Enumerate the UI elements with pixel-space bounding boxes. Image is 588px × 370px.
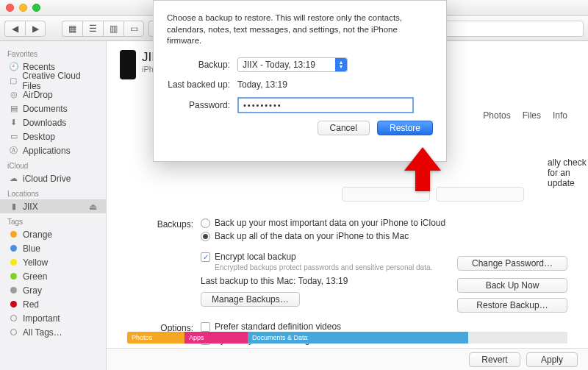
sidebar-item-label: Blue [23,243,40,254]
sidebar-item-orange[interactable]: Orange [0,227,106,241]
sidebar-item-desktop[interactable]: ▭Desktop [0,129,106,143]
tag-dot-icon [9,272,18,280]
sidebar-header: iCloud [0,157,106,171]
view-list-button[interactable]: ☰ [82,21,103,37]
sd-checkbox[interactable] [201,322,210,332]
device-image [120,50,136,79]
sidebar-item-red[interactable]: Red [0,297,106,311]
change-password-button[interactable]: Change Password… [457,256,567,271]
forward-button[interactable]: ▶ [25,21,46,37]
app-icon: Ⓐ [9,146,18,154]
zoom-window-button[interactable] [32,4,40,12]
device-tabs: PhotosFilesInfo [483,110,567,121]
cloud-icon: ☁ [9,174,18,182]
sidebar-item-creative-cloud-files[interactable]: ▢Creative Cloud Files [0,74,106,88]
restore-button[interactable]: Restore [377,121,433,135]
sidebar-item-green[interactable]: Green [0,269,106,283]
sidebar-item-icloud-drive[interactable]: ☁iCloud Drive [0,171,106,185]
tab-photos[interactable]: Photos [483,110,510,121]
sidebar-item-label: Green [23,271,47,282]
tag-dot-icon [9,286,18,294]
phone-icon: ▮ [9,202,18,210]
password-label: Password: [167,100,237,110]
view-icon-button[interactable]: ▦ [62,21,82,37]
storage-bar: PhotosAppsDocuments & Data [127,332,567,344]
ghost-button-1[interactable] [342,187,430,202]
sidebar-item-label: Applications [23,146,71,156]
tab-files[interactable]: Files [523,110,541,121]
apply-button[interactable]: Apply [526,352,578,367]
sidebar-item-label: Red [23,299,39,310]
sidebar-item-downloads[interactable]: ⬇Downloads [0,115,106,129]
back-up-now-button[interactable]: Back Up Now [457,278,567,293]
opt-mac-label: Back up all of the data on your iPhone t… [215,231,409,241]
manage-backups-button[interactable]: Manage Backups… [201,292,300,307]
sidebar-item-label: JIIX [23,202,38,212]
restore-backup-dialog: Choose a backup to restore. This will re… [153,0,447,162]
sidebar-item-yellow[interactable]: Yellow [0,255,106,269]
folder-icon: ▢ [9,77,18,85]
radio-icloud[interactable] [201,218,210,228]
doc-icon: ▤ [9,104,18,113]
close-window-button[interactable] [6,4,14,12]
backup-select-label: Backup: [167,60,237,70]
storage-segment-apps: Apps [184,332,248,344]
desk-icon: ▭ [9,132,18,140]
sidebar-header: Favorites [0,46,106,60]
footer-bar: Revert Apply [107,348,588,370]
sidebar-item-label: All Tags… [23,327,62,338]
cancel-button[interactable]: Cancel [318,121,370,135]
sidebar-item-blue[interactable]: Blue [0,241,106,255]
sidebar-item-label: Documents [23,104,68,114]
sidebar-item-label: Important [23,313,60,324]
backups-label: Backups: [127,218,201,231]
tag-dot-icon [9,244,18,252]
sidebar-item-important[interactable]: Important [0,311,106,325]
storage-segment-documents-data: Documents & Data [248,332,468,344]
airdrop-icon: ◎ [9,90,18,99]
sidebar-item-documents[interactable]: ▤Documents [0,102,106,115]
backup-select-value: JIIX - Today, 13:19 [243,60,315,70]
select-arrows-icon: ▲▼ [335,58,347,71]
back-button[interactable]: ◀ [4,21,25,37]
sidebar-item-label: Desktop [23,132,55,142]
opt-icloud-label: Back up your most important data on your… [215,218,445,228]
clock-icon: 🕘 [9,63,18,71]
minimize-window-button[interactable] [19,4,27,12]
restore-backup-button[interactable]: Restore Backup… [457,298,567,313]
tab-info[interactable]: Info [553,110,567,121]
sidebar-item-label: Downloads [23,118,66,128]
sidebar-item-label: AirDrop [23,90,53,100]
sidebar-item-all-tags-[interactable]: All Tags… [0,325,106,339]
tag-outline-icon [9,328,18,336]
down-icon: ⬇ [9,118,18,127]
view-gallery-button[interactable]: ▭ [123,21,144,37]
sidebar-item-label: Yellow [23,257,48,268]
last-backed-up-value: Today, 13:19 [237,79,287,90]
tag-dot-icon [9,258,18,266]
sidebar-item-jiix[interactable]: ▮JIIX⏏ [0,199,106,213]
password-input[interactable]: ••••••••• [237,97,414,113]
sidebar-item-label: Orange [23,230,52,240]
encrypt-label: Encrypt local backup [215,252,296,262]
revert-button[interactable]: Revert [469,352,520,367]
eject-icon[interactable]: ⏏ [89,202,97,212]
radio-mac[interactable] [201,232,210,241]
sidebar-item-gray[interactable]: Gray [0,283,106,297]
tag-dot-icon [9,300,18,308]
view-column-button[interactable]: ▥ [103,21,123,37]
encrypt-checkbox[interactable]: ✓ [201,252,210,262]
sd-label: Prefer standard definition videos [215,321,341,332]
update-text: ally check for an update [548,157,588,188]
sidebar-item-label: Gray [23,285,42,296]
storage-segment-free [468,332,567,344]
sidebar-header: Locations [0,185,106,199]
last-backed-up-label: Last backed up: [167,79,237,90]
dialog-message: Choose a backup to restore. This will re… [167,13,433,47]
sidebar-item-applications[interactable]: ⒶApplications [0,143,106,157]
sidebar: Favorites🕘Recents▢Creative Cloud Files◎A… [0,41,107,370]
sidebar-item-label: Creative Cloud Files [22,71,97,91]
ghost-button-2[interactable] [436,187,524,202]
sidebar-header: Tags [0,213,106,227]
backup-select[interactable]: JIIX - Today, 13:19 ▲▼ [237,57,348,72]
